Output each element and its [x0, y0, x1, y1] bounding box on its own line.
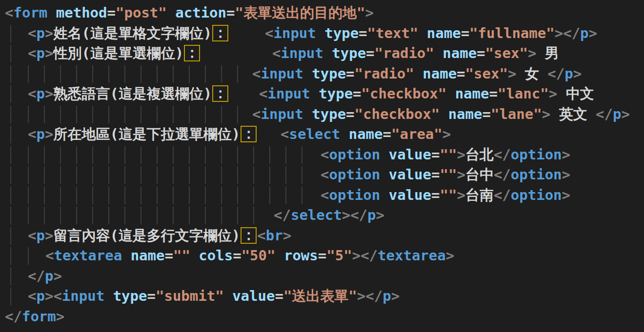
code-line: <input type="checkbox" name="lane"> 英文 <…	[0, 104, 644, 125]
text-token: 性別(這是單選欄位)	[53, 45, 183, 61]
tag-name-token: select	[291, 207, 342, 223]
indent-guide	[92, 187, 93, 204]
punctuation-token: >	[589, 25, 597, 41]
indent-guide	[10, 207, 11, 224]
code-segment: <input type="checkbox" name="lanc"> 中文	[259, 84, 594, 104]
indent-guide	[28, 65, 29, 83]
code-segment: </form>	[5, 307, 64, 327]
attribute-name-token: type	[324, 25, 359, 41]
indent-guide	[302, 146, 302, 164]
indent-guide	[205, 106, 206, 123]
indent-guide	[92, 207, 93, 224]
indent-guide	[92, 65, 93, 83]
punctuation-token: <	[5, 4, 13, 21]
equals-token: =	[477, 45, 485, 61]
punctuation-token: >	[542, 106, 550, 122]
tag-name-token: input	[62, 288, 104, 304]
indent-guide	[28, 247, 29, 265]
punctuation-token: >	[562, 166, 570, 183]
punctuation-token: >	[528, 45, 536, 61]
text-token	[440, 106, 448, 122]
unicode-highlight-box: ：	[241, 126, 257, 142]
tag-name-token: textarea	[54, 247, 122, 264]
attribute-name-token: type	[319, 85, 353, 102]
indent-guide	[92, 146, 93, 164]
attribute-name-token: method	[56, 4, 107, 21]
punctuation-token: </	[547, 65, 564, 82]
code-segment: <p>所在地區(這是下拉選單欄位)：	[28, 124, 257, 145]
indent-guide	[221, 207, 222, 224]
equals-token: =	[431, 146, 440, 163]
text-token	[380, 146, 388, 163]
indent-guide	[237, 207, 238, 224]
indent-guide	[237, 106, 238, 123]
text-token	[446, 85, 455, 102]
tag-name-token: p	[367, 207, 376, 223]
punctuation-token: >	[45, 45, 53, 61]
unicode-highlight-box: ：	[212, 25, 228, 41]
indent-guide	[157, 146, 158, 164]
indent-guide	[205, 187, 206, 204]
code-line: <p>留言內容(這是多行文字欄位)：<br>	[0, 226, 644, 246]
tag-name-token: p	[564, 65, 573, 82]
indent-guide	[108, 106, 109, 123]
string-token: "post"	[116, 4, 167, 21]
punctuation-token: >	[342, 207, 350, 223]
text-token: 女	[516, 65, 547, 82]
attribute-name-token: type	[312, 65, 346, 82]
indent-guide	[141, 207, 141, 224]
string-token: ""	[440, 187, 457, 203]
indent-guide	[76, 106, 77, 123]
punctuation-token: </	[494, 187, 511, 203]
indent-guide	[189, 166, 190, 184]
equals-token: =	[366, 45, 374, 61]
attribute-name-token: value	[389, 166, 431, 183]
tag-name-token: input	[273, 25, 316, 41]
text-token	[303, 65, 312, 82]
indent-guide	[221, 146, 222, 164]
punctuation-token: </	[5, 308, 22, 325]
punctuation-token: >	[45, 288, 53, 304]
indent-guide	[237, 166, 238, 184]
punctuation-token: >	[45, 227, 53, 244]
text-token: 留言內容(這是多行文字欄位)	[53, 227, 240, 244]
indent-guide	[237, 187, 238, 204]
string-token: ""	[440, 166, 457, 183]
text-token	[224, 288, 232, 304]
attribute-name-token: name	[427, 25, 461, 41]
code-line: <p>所在地區(這是下拉選單欄位)：<select name="area">	[0, 124, 644, 145]
indent-guide	[60, 187, 61, 204]
text-token	[434, 45, 443, 61]
string-token: "fullname"	[469, 25, 555, 41]
punctuation-token: <	[252, 106, 261, 122]
attribute-name-token: value	[232, 288, 275, 304]
punctuation-token: <	[28, 227, 36, 244]
equals-token: =	[233, 247, 241, 264]
indent-guide	[10, 25, 11, 42]
code-editor[interactable]: <form method="post" action="表單送出的目的地"><p…	[0, 0, 644, 332]
string-token: "checkbox"	[362, 85, 447, 102]
indent-guide	[10, 187, 11, 204]
indent-guide	[157, 207, 158, 224]
code-segment: </p>	[28, 266, 62, 287]
text-token	[303, 106, 312, 122]
punctuation-token: </	[563, 25, 580, 41]
text-token	[316, 25, 324, 41]
text-token: 所在地區(這是下拉選單欄位)	[53, 126, 240, 142]
tag-name-token: select	[289, 126, 340, 142]
attribute-name-token: value	[389, 146, 431, 163]
code-line: <textarea name="" cols="50" rows="5"></t…	[0, 246, 644, 266]
tag-name-token: input	[281, 45, 323, 61]
indent-guide	[60, 146, 61, 164]
code-segment: <form method="post" action="表單送出的目的地">	[5, 3, 374, 23]
punctuation-token: <	[321, 166, 329, 183]
tag-name-token: option	[329, 146, 380, 163]
tag-name-token: p	[36, 126, 44, 142]
indent-guide	[108, 166, 109, 184]
tag-name-token: option	[329, 187, 380, 203]
string-token: "5"	[326, 247, 352, 264]
indent-guide	[189, 106, 190, 123]
string-token: "lanc"	[498, 85, 549, 102]
indent-guide	[173, 65, 174, 83]
indent-guide	[10, 146, 11, 164]
